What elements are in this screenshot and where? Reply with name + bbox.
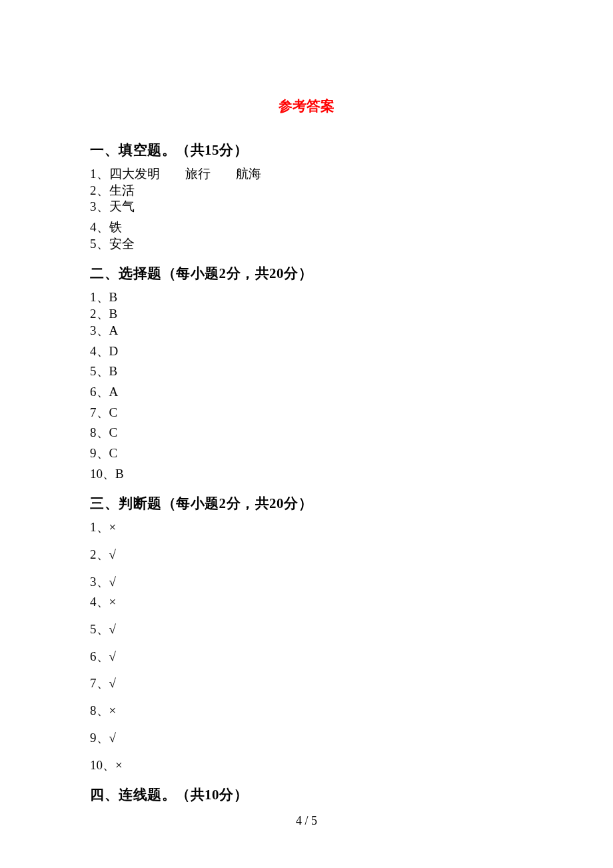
- s3-answer-4: 4、×: [90, 594, 523, 611]
- s2-answer-8: 8、C: [90, 425, 523, 441]
- s3-answer-9: 9、√: [90, 730, 523, 747]
- s1-answer-1: 1、四大发明 旅行 航海: [90, 166, 523, 183]
- document-page: 参考答案 一、填空题。（共15分） 1、四大发明 旅行 航海 2、生活 3、天气…: [0, 0, 613, 804]
- s3-answer-10: 10、×: [90, 757, 523, 774]
- answer-key-title: 参考答案: [90, 97, 523, 115]
- s2-answer-1: 1、B: [90, 289, 523, 306]
- section-1-heading: 一、填空题。（共15分）: [90, 141, 523, 159]
- s2-answer-5: 5、B: [90, 363, 523, 380]
- s3-answer-3: 3、√: [90, 574, 523, 591]
- section-4-heading: 四、连线题。（共10分）: [90, 785, 523, 804]
- s1-answer-5: 5、安全: [90, 236, 523, 253]
- section-3-heading: 三、判断题（每小题2分，共20分）: [90, 494, 523, 513]
- s3-answer-7: 7、√: [90, 675, 523, 692]
- s1-answer-2: 2、生活: [90, 183, 523, 199]
- s3-answer-5: 5、√: [90, 621, 523, 638]
- s3-answer-6: 6、√: [90, 649, 523, 665]
- s3-answer-1: 1、×: [90, 519, 523, 536]
- s2-answer-9: 9、C: [90, 445, 523, 462]
- s2-answer-6: 6、A: [90, 384, 523, 401]
- page-number: 4 / 5: [0, 814, 613, 828]
- s1-answer-3: 3、天气: [90, 199, 523, 215]
- s3-answer-8: 8、×: [90, 703, 523, 719]
- s2-answer-10: 10、B: [90, 466, 523, 483]
- s2-answer-3: 3、A: [90, 323, 523, 339]
- s3-answer-2: 2、√: [90, 547, 523, 563]
- section-2-heading: 二、选择题（每小题2分，共20分）: [90, 264, 523, 283]
- s1-answer-4: 4、铁: [90, 219, 523, 236]
- s2-answer-2: 2、B: [90, 306, 523, 323]
- s2-answer-7: 7、C: [90, 405, 523, 421]
- s2-answer-4: 4、D: [90, 343, 523, 360]
